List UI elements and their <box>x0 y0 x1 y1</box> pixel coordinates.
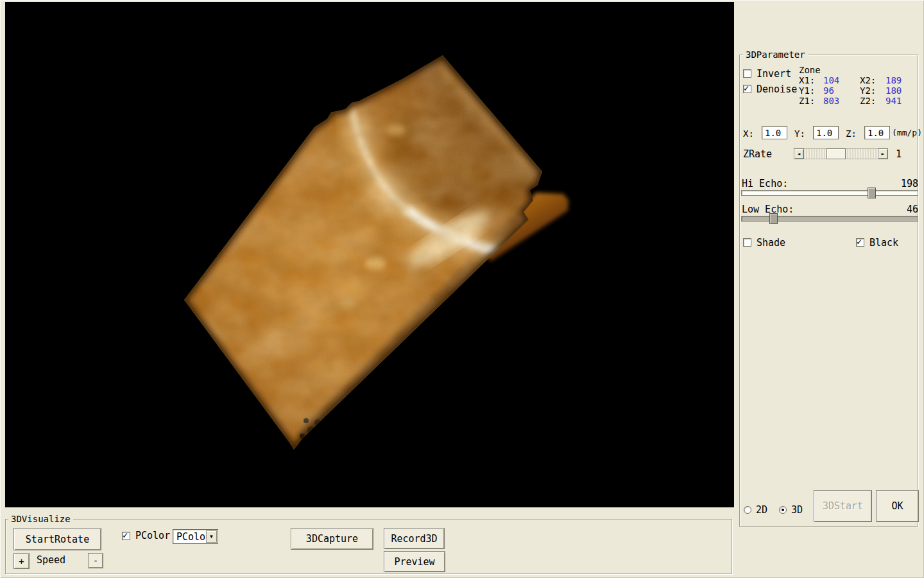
zone-row: Z1: 803 Z2: 941 <box>799 96 914 106</box>
parameter-group-label: 3DParameter <box>743 49 808 60</box>
scroll-right-icon: ► <box>882 151 885 157</box>
speed-plus-button[interactable]: + <box>13 553 30 569</box>
mode-3d-label: 3D <box>791 505 803 516</box>
ultrasound-render <box>5 2 734 507</box>
zrate-scrollbar[interactable]: ◄ ► <box>794 148 888 159</box>
zone-z1-label: Z1: <box>799 96 815 106</box>
render-canvas[interactable] <box>5 2 734 507</box>
z-scale-label: Z: <box>846 128 857 139</box>
check-icon: ✓ <box>123 530 128 540</box>
zrate-value: 1 <box>896 149 902 160</box>
x-scale-input[interactable] <box>762 126 787 139</box>
zone-z2-label: Z2: <box>860 96 876 106</box>
check-icon: ✓ <box>744 83 749 93</box>
hi-echo-slider[interactable] <box>741 190 918 196</box>
ok-button[interactable]: OK <box>876 490 919 522</box>
x-scale-label: X: <box>743 128 754 139</box>
app-window: { "colors": { "panel_bg": "#ece9d8", "ca… <box>0 0 924 578</box>
low-echo-value: 46 <box>887 204 918 215</box>
zrate-scroll-thumb[interactable] <box>826 148 846 159</box>
denoise-checkbox[interactable]: ✓ <box>743 85 751 93</box>
zone-y1-value: 96 <box>823 85 834 96</box>
zone-z2-value: 941 <box>886 96 902 106</box>
visualize-group-label: 3DVisualize <box>8 514 73 524</box>
low-echo-slider[interactable] <box>741 216 918 222</box>
3dcapture-button[interactable]: 3DCapture <box>291 528 373 550</box>
z-scale-input[interactable] <box>864 126 890 139</box>
denoise-label: Denoise <box>757 84 797 95</box>
y-scale-input[interactable] <box>813 126 839 139</box>
speed-label: Speed <box>37 555 65 566</box>
zrate-scroll-left-button[interactable]: ◄ <box>794 148 804 159</box>
shade-checkbox[interactable] <box>743 238 751 247</box>
hi-echo-label: Hi Echo: <box>742 179 788 189</box>
zone-row: Y1: 96 Y2: 180 <box>799 85 914 96</box>
zone-x2-value: 189 <box>886 75 902 85</box>
invert-label: Invert <box>757 69 791 80</box>
zone-z1-value: 803 <box>823 96 839 106</box>
visualize-groupbox: 3DVisualize StartRotate ✓ PColor PColor … <box>5 519 732 574</box>
black-label: Black <box>869 238 898 249</box>
scale-unit-label: (mm/p) <box>892 127 922 138</box>
zone-label: Zone <box>799 65 821 75</box>
check-icon: ✓ <box>857 236 862 247</box>
zone-row: X1: 104 X2: 189 <box>799 75 914 85</box>
black-checkbox[interactable]: ✓ <box>856 238 864 247</box>
zone-y2-value: 180 <box>886 85 902 96</box>
mode-2d-label: 2D <box>756 505 767 516</box>
shade-label: Shade <box>757 238 785 249</box>
pcolor-label: PColor <box>135 530 170 541</box>
pcolor-dropdown[interactable]: PColor ▼ <box>173 529 218 544</box>
zrate-scroll-right-button[interactable]: ► <box>878 148 888 159</box>
y-scale-label: Y: <box>794 128 805 139</box>
hi-echo-value: 198 <box>887 179 918 189</box>
chevron-down-icon: ▼ <box>210 534 213 539</box>
low-echo-label: Low Echo: <box>742 204 794 215</box>
pcolor-checkbox[interactable]: ✓ <box>122 532 130 540</box>
invert-checkbox[interactable] <box>743 69 751 78</box>
zone-y2-label: Y2: <box>860 85 876 96</box>
preview-button[interactable]: Preview <box>384 551 445 572</box>
mode-2d-radio[interactable] <box>744 506 751 514</box>
zone-x1-label: X1: <box>799 75 815 85</box>
speed-minus-button[interactable]: - <box>88 553 103 568</box>
start-rotate-button[interactable]: StartRotate <box>13 528 101 550</box>
zrate-label: ZRate <box>743 149 772 160</box>
low-echo-slider-thumb[interactable] <box>769 213 778 224</box>
scroll-left-icon: ◄ <box>798 151 801 157</box>
mode-3d-radio[interactable] <box>779 506 787 514</box>
parameter-groupbox: 3DParameter Invert ✓ Denoise Zone X1: 10… <box>739 55 918 527</box>
record3d-button[interactable]: Record3D <box>384 528 445 549</box>
hi-echo-slider-thumb[interactable] <box>868 188 876 198</box>
zone-y1-label: Y1: <box>799 85 815 96</box>
3dstart-button[interactable]: 3DStart <box>814 490 872 522</box>
zone-x1-value: 104 <box>823 75 839 85</box>
pcolor-dropdown-button[interactable]: ▼ <box>206 530 217 543</box>
zone-x2-label: X2: <box>860 75 876 85</box>
